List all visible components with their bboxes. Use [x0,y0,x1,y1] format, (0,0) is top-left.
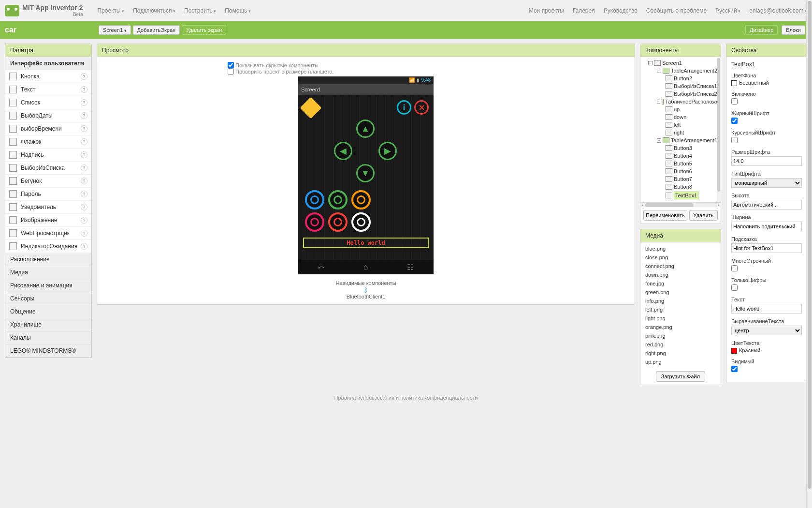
media-file[interactable]: down.png [645,270,716,279]
numbers-checkbox[interactable] [731,284,738,291]
menu-projects[interactable]: Проекты [97,7,124,14]
right-button[interactable]: ▶ [378,142,397,160]
footer[interactable]: Правила использования и политика конфиде… [0,390,812,405]
delete-button[interactable]: Удалить [689,210,718,221]
menu-guide[interactable]: Руководство [604,7,638,14]
help-icon[interactable]: ? [81,243,87,250]
palette-item[interactable]: Флажок? [5,135,91,149]
palette-item[interactable]: Пароль? [5,188,91,201]
help-icon[interactable]: ? [81,164,87,171]
upload-button[interactable]: Загрузить Файл [656,371,705,382]
palette-item[interactable]: ВыборДаты? [5,109,91,122]
tree-node[interactable]: −TableArrangement1 [642,136,719,144]
palette-category[interactable]: Расположение [5,253,91,266]
typeface-select[interactable]: моноширный [731,178,802,188]
tablet-checkbox[interactable]: Проверить проект в размере планшета. [228,68,334,75]
help-icon[interactable]: ? [81,204,87,210]
tree-node[interactable]: Button8 [642,183,719,191]
height-input[interactable] [731,200,802,209]
text-input[interactable] [731,304,802,314]
remove-screen-button[interactable]: Удалить экран [182,25,226,35]
pink-button[interactable] [305,212,324,232]
help-icon[interactable]: ? [81,151,87,158]
palette-item[interactable]: ВыборИзСписка? [5,162,91,175]
connect-icon[interactable] [300,97,321,119]
palette-category[interactable]: Рисование и анимация [5,279,91,292]
align-select[interactable]: центр [731,326,802,335]
screen-selector[interactable]: Screen1 [99,25,131,35]
menu-my-projects[interactable]: Мои проекты [529,7,564,14]
tree-node[interactable]: Button5 [642,160,719,167]
palette-category[interactable]: Сенсоры [5,292,91,305]
tree-node[interactable]: Button7 [642,175,719,183]
red-button[interactable] [328,212,348,232]
help-icon[interactable]: ? [81,178,87,184]
palette-item[interactable]: Текст? [5,83,91,96]
info-icon[interactable]: i [397,100,411,115]
width-input[interactable] [731,222,802,231]
menu-build[interactable]: Построить [184,7,216,14]
media-file[interactable]: fone.jpg [645,279,716,288]
help-icon[interactable]: ? [81,217,87,224]
palette-item[interactable]: WebПросмотрщик? [5,227,91,240]
textbox-selected[interactable] [303,238,429,248]
media-file[interactable]: red.png [645,340,716,349]
collapse-icon[interactable]: − [657,69,661,73]
palette-category[interactable]: Медиа [5,266,91,279]
palette-category[interactable]: LEGO® MINDSTORMS® [5,344,91,358]
media-file[interactable]: blue.png [645,244,716,253]
palette-category[interactable]: Общение [5,305,91,318]
tree-node[interactable]: Button4 [642,152,719,160]
media-file[interactable]: connect.png [645,262,716,270]
tree-node[interactable]: Button3 [642,144,719,152]
green-button[interactable] [328,190,348,209]
media-file[interactable]: pink.png [645,331,716,340]
hint-input[interactable] [731,243,802,253]
italic-checkbox[interactable] [731,137,738,143]
tree-node[interactable]: right [642,129,719,136]
help-icon[interactable]: ? [81,230,87,237]
add-screen-button[interactable]: ДобавитьЭкран [133,25,180,35]
palette-item[interactable]: Надпись? [5,149,91,162]
help-icon[interactable]: ? [81,191,87,197]
media-file[interactable]: light.png [645,314,716,323]
up-button[interactable]: ▲ [356,120,375,138]
menu-language[interactable]: Русский [715,7,740,14]
blue-button[interactable] [305,190,324,209]
media-file[interactable]: right.png [645,349,716,358]
enabled-checkbox[interactable] [731,98,738,105]
help-icon[interactable]: ? [81,138,87,145]
bg-swatch-icon[interactable] [731,80,737,86]
browser-scrollbar[interactable] [806,0,812,405]
palette-item[interactable]: Уведомитель? [5,201,91,214]
designer-tab[interactable]: Дизайнер [745,25,778,35]
help-icon[interactable]: ? [81,86,87,93]
tree-node[interactable]: TextBox1 [642,191,719,200]
orange-button[interactable] [351,190,371,209]
palette-item[interactable]: Кнопка? [5,70,91,83]
tree-node[interactable]: ВыборИзСписка1 [642,82,719,90]
media-file[interactable]: green.png [645,288,716,297]
close-icon[interactable]: ✕ [414,100,429,115]
blocks-tab[interactable]: Блоки [782,25,805,35]
palette-category[interactable]: Хранилище [5,318,91,331]
rename-button[interactable]: Переименовать [643,210,687,221]
media-file[interactable]: up.png [645,358,716,366]
palette-item[interactable]: Изображение? [5,214,91,227]
palette-item[interactable]: выборВремени? [5,122,91,135]
help-icon[interactable]: ? [81,112,87,119]
fontsize-input[interactable] [731,156,802,166]
tree-node[interactable]: −Screen1 [642,59,719,67]
menu-report[interactable]: Сообщить о проблеме [646,7,707,14]
tree-node[interactable]: left [642,121,719,129]
show-hidden-checkbox[interactable]: Показывать скрытые компоненты [228,62,319,68]
media-file[interactable]: orange.png [645,323,716,331]
tree-node[interactable]: −TableArrangement2 [642,67,719,75]
media-file[interactable]: info.png [645,297,716,305]
menu-account[interactable]: enlags@outlook.com [749,7,807,14]
help-icon[interactable]: ? [81,125,87,132]
left-button[interactable]: ◀ [334,142,352,160]
white-button[interactable] [351,212,371,232]
tree-node[interactable]: down [642,113,719,121]
tree-node[interactable]: Button6 [642,167,719,175]
